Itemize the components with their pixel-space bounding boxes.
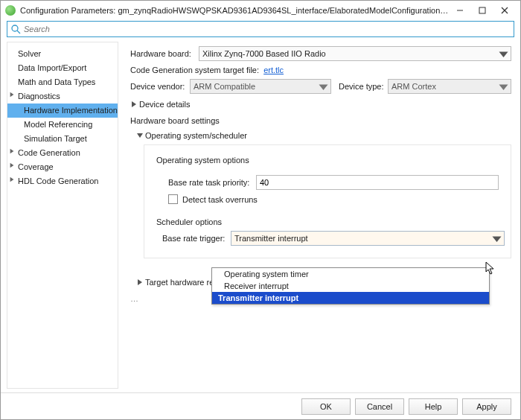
tree-item-label: Math and Data Types <box>18 77 95 86</box>
search-icon <box>10 24 21 34</box>
chevron-right-icon <box>9 92 15 98</box>
chevron-right-icon <box>9 162 15 168</box>
search-input[interactable] <box>24 25 511 34</box>
checkbox-box-icon <box>168 194 178 204</box>
svg-marker-12 <box>499 85 508 91</box>
svg-rect-1 <box>479 7 485 13</box>
base-trigger-combo[interactable]: Transmitter interrupt <box>231 231 505 246</box>
scheduler-options-label: Scheduler options <box>156 217 505 226</box>
tree-item[interactable]: Code Generation <box>7 146 118 160</box>
apply-button[interactable]: Apply <box>462 398 511 415</box>
svg-marker-11 <box>319 85 328 91</box>
svg-marker-17 <box>138 279 142 285</box>
tree-item[interactable]: Diagnostics <box>7 89 118 104</box>
svg-marker-7 <box>10 149 14 153</box>
codegen-label: Code Generation system target file: <box>130 66 259 74</box>
svg-line-5 <box>17 31 20 34</box>
app-icon <box>5 5 16 16</box>
tree-item-label: Coverage <box>18 162 54 171</box>
os-scheduler-label: Operating system/scheduler <box>145 131 247 140</box>
svg-point-4 <box>12 25 18 31</box>
tree-item[interactable]: Simulation Target <box>7 132 118 146</box>
base-trigger-dropdown[interactable]: Operating system timerReceiver interrupt… <box>211 267 490 305</box>
os-options-label: Operating system options <box>156 156 505 165</box>
dropdown-option[interactable]: Transmitter interrupt <box>212 292 489 304</box>
tree-item[interactable]: HDL Code Generation <box>7 174 118 188</box>
detect-overruns-checkbox[interactable]: Detect task overruns <box>168 194 499 204</box>
svg-marker-10 <box>499 52 508 58</box>
base-trigger-value: Transmitter interrupt <box>234 234 308 243</box>
svg-marker-13 <box>132 101 136 107</box>
ok-button[interactable]: OK <box>301 398 351 415</box>
tree-item-label: Data Import/Export <box>18 63 86 72</box>
svg-marker-16 <box>486 262 493 274</box>
tree-item[interactable]: Coverage <box>7 160 118 174</box>
chevron-down-icon <box>498 81 509 92</box>
hardware-board-value: Xilinx Zynq-7000 Based IIO Radio <box>202 49 326 58</box>
chevron-right-icon <box>130 101 138 108</box>
device-vendor-value: ARM Compatible <box>194 82 255 91</box>
chevron-right-icon <box>136 279 144 286</box>
svg-marker-14 <box>137 133 143 138</box>
dropdown-option[interactable]: Operating system timer <box>212 268 489 280</box>
chevron-down-icon <box>498 48 509 60</box>
chevron-right-icon <box>9 148 15 154</box>
device-details-toggle[interactable]: Device details <box>130 100 511 109</box>
minimize-button[interactable] <box>449 3 471 18</box>
tree-item[interactable]: Math and Data Types <box>7 75 118 89</box>
device-type-value: ARM Cortex <box>391 82 436 91</box>
category-tree[interactable]: SolverData Import/ExportMath and Data Ty… <box>7 42 118 389</box>
chevron-right-icon <box>9 176 15 182</box>
codegen-target-link[interactable]: ert.tlc <box>263 66 284 74</box>
svg-marker-15 <box>493 237 502 243</box>
svg-marker-8 <box>10 163 14 168</box>
tree-item[interactable]: Hardware Implementation <box>7 104 118 118</box>
device-vendor-label: Device vendor: <box>130 82 190 91</box>
title-bar: Configuration Parameters: gm_zynqRadioHW… <box>1 1 520 20</box>
hardware-board-label: Hardware board: <box>130 49 199 58</box>
svg-marker-6 <box>10 92 14 97</box>
tree-item[interactable]: Data Import/Export <box>7 61 118 75</box>
chevron-down-icon <box>318 81 329 92</box>
tree-item-label: HDL Code Generation <box>18 176 98 185</box>
target-hw-label: Target hardware res <box>145 278 218 287</box>
tree-item-label: Diagnostics <box>18 92 60 101</box>
base-trigger-label: Base rate trigger: <box>162 234 231 243</box>
dropdown-option[interactable]: Receiver interrupt <box>212 280 489 292</box>
tree-item-label: Model Referencing <box>24 120 92 129</box>
device-type-combo[interactable]: ARM Cortex <box>388 79 511 94</box>
chevron-down-icon <box>491 233 502 244</box>
hardware-board-combo[interactable]: Xilinx Zynq-7000 Based IIO Radio <box>199 46 511 61</box>
svg-marker-9 <box>10 177 14 182</box>
maximize-button[interactable] <box>471 3 493 18</box>
detect-overruns-label: Detect task overruns <box>182 195 258 204</box>
main-panel: Hardware board: Xilinx Zynq-7000 Based I… <box>118 42 514 389</box>
device-type-label: Device type: <box>339 82 388 91</box>
tree-item-label: Solver <box>18 49 41 58</box>
os-scheduler-toggle[interactable]: Operating system/scheduler <box>136 131 511 140</box>
base-priority-label: Base rate task priority: <box>168 178 256 187</box>
close-button[interactable] <box>493 3 516 18</box>
tree-item-label: Hardware Implementation <box>24 106 118 115</box>
cursor-icon <box>485 261 497 276</box>
cancel-button[interactable]: Cancel <box>355 398 404 415</box>
chevron-down-icon <box>136 132 144 139</box>
dialog-footer: OK Cancel Help Apply <box>1 392 520 419</box>
tree-item[interactable]: Model Referencing <box>7 118 118 132</box>
device-vendor-combo[interactable]: ARM Compatible <box>190 79 331 94</box>
search-bar[interactable] <box>7 21 514 37</box>
tree-item[interactable]: Solver <box>7 47 118 61</box>
tree-item-label: Code Generation <box>18 148 80 157</box>
device-details-label: Device details <box>139 100 190 109</box>
help-button[interactable]: Help <box>409 398 458 415</box>
base-priority-input[interactable] <box>256 175 499 190</box>
window-title: Configuration Parameters: gm_zynqRadioHW… <box>20 6 449 15</box>
tree-item-label: Simulation Target <box>24 134 87 143</box>
board-settings-label: Hardware board settings <box>130 116 511 125</box>
